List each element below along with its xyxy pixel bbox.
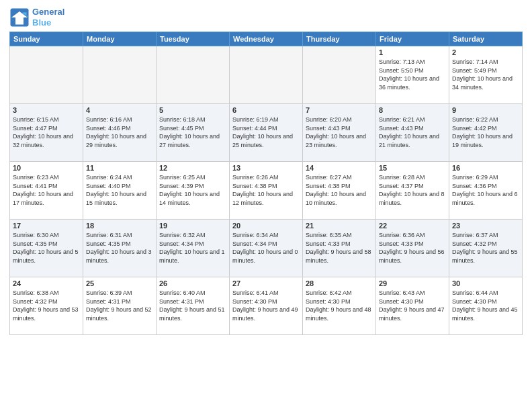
day-number: 27 [232, 279, 300, 287]
calendar-week-row: 10Sunrise: 6:23 AM Sunset: 4:41 PM Dayli… [10, 162, 523, 220]
calendar-day-header: Sunday [10, 32, 83, 46]
calendar-day-cell: 6Sunrise: 6:19 AM Sunset: 4:44 PM Daylig… [230, 104, 303, 162]
calendar-day-cell: 24Sunrise: 6:38 AM Sunset: 4:32 PM Dayli… [10, 277, 83, 335]
day-number: 21 [306, 222, 373, 230]
day-number: 23 [452, 222, 519, 230]
calendar: SundayMondayTuesdayWednesdayThursdayFrid… [9, 32, 523, 335]
day-info: Sunrise: 6:27 AM Sunset: 4:38 PM Dayligh… [306, 173, 373, 207]
day-number: 30 [452, 279, 519, 287]
day-info: Sunrise: 6:19 AM Sunset: 4:44 PM Dayligh… [232, 116, 300, 149]
day-info: Sunrise: 6:43 AM Sunset: 4:30 PM Dayligh… [379, 289, 446, 322]
logo: General Blue [9, 7, 64, 28]
day-number: 12 [159, 164, 226, 172]
calendar-day-cell: 23Sunrise: 6:37 AM Sunset: 4:32 PM Dayli… [449, 220, 523, 277]
calendar-day-cell [83, 46, 157, 104]
logo-text: General Blue [32, 7, 64, 28]
day-info: Sunrise: 6:35 AM Sunset: 4:33 PM Dayligh… [306, 231, 373, 265]
day-number: 15 [379, 164, 446, 172]
day-info: Sunrise: 6:29 AM Sunset: 4:36 PM Dayligh… [452, 173, 519, 207]
day-number: 17 [13, 222, 80, 230]
calendar-day-cell: 28Sunrise: 6:42 AM Sunset: 4:30 PM Dayli… [303, 277, 376, 335]
logo-icon [9, 7, 30, 28]
calendar-day-cell: 13Sunrise: 6:26 AM Sunset: 4:38 PM Dayli… [230, 162, 303, 220]
day-number: 26 [159, 279, 226, 287]
calendar-day-cell: 18Sunrise: 6:31 AM Sunset: 4:35 PM Dayli… [83, 220, 157, 277]
day-info: Sunrise: 7:13 AM Sunset: 5:50 PM Dayligh… [379, 58, 446, 91]
calendar-day-header: Monday [83, 32, 157, 46]
calendar-day-cell: 9Sunrise: 6:22 AM Sunset: 4:42 PM Daylig… [449, 104, 523, 162]
day-info: Sunrise: 6:23 AM Sunset: 4:41 PM Dayligh… [13, 173, 80, 207]
calendar-day-cell: 10Sunrise: 6:23 AM Sunset: 4:41 PM Dayli… [10, 162, 83, 220]
day-number: 8 [379, 106, 446, 114]
day-number: 11 [86, 164, 153, 172]
day-number: 13 [232, 164, 300, 172]
calendar-day-cell [230, 46, 303, 104]
day-info: Sunrise: 7:14 AM Sunset: 5:49 PM Dayligh… [452, 58, 519, 91]
day-number: 9 [452, 106, 519, 114]
day-info: Sunrise: 6:18 AM Sunset: 4:45 PM Dayligh… [159, 116, 226, 149]
calendar-day-cell: 29Sunrise: 6:43 AM Sunset: 4:30 PM Dayli… [376, 277, 449, 335]
day-info: Sunrise: 6:24 AM Sunset: 4:40 PM Dayligh… [86, 173, 153, 207]
day-number: 7 [306, 106, 373, 114]
day-info: Sunrise: 6:31 AM Sunset: 4:35 PM Dayligh… [86, 231, 153, 265]
calendar-day-cell [10, 46, 83, 104]
calendar-day-cell [303, 46, 376, 104]
calendar-day-cell: 17Sunrise: 6:30 AM Sunset: 4:35 PM Dayli… [10, 220, 83, 277]
day-info: Sunrise: 6:41 AM Sunset: 4:30 PM Dayligh… [232, 289, 300, 322]
calendar-day-cell: 7Sunrise: 6:20 AM Sunset: 4:43 PM Daylig… [303, 104, 376, 162]
day-info: Sunrise: 6:42 AM Sunset: 4:30 PM Dayligh… [306, 289, 373, 322]
day-number: 1 [379, 48, 446, 56]
day-number: 29 [379, 279, 446, 287]
calendar-day-cell: 20Sunrise: 6:34 AM Sunset: 4:34 PM Dayli… [230, 220, 303, 277]
day-info: Sunrise: 6:25 AM Sunset: 4:39 PM Dayligh… [159, 173, 226, 207]
day-number: 28 [306, 279, 373, 287]
calendar-week-row: 1Sunrise: 7:13 AM Sunset: 5:50 PM Daylig… [10, 46, 523, 104]
calendar-day-cell: 1Sunrise: 7:13 AM Sunset: 5:50 PM Daylig… [376, 46, 449, 104]
calendar-day-cell: 15Sunrise: 6:28 AM Sunset: 4:37 PM Dayli… [376, 162, 449, 220]
day-number: 4 [86, 106, 153, 114]
calendar-header-row: SundayMondayTuesdayWednesdayThursdayFrid… [10, 32, 523, 46]
day-number: 24 [13, 279, 80, 287]
day-info: Sunrise: 6:30 AM Sunset: 4:35 PM Dayligh… [13, 231, 80, 265]
day-number: 25 [86, 279, 153, 287]
day-number: 3 [13, 106, 80, 114]
calendar-day-cell: 3Sunrise: 6:15 AM Sunset: 4:47 PM Daylig… [10, 104, 83, 162]
day-info: Sunrise: 6:15 AM Sunset: 4:47 PM Dayligh… [13, 116, 80, 149]
calendar-day-header: Wednesday [230, 32, 303, 46]
calendar-day-cell: 26Sunrise: 6:40 AM Sunset: 4:31 PM Dayli… [157, 277, 230, 335]
calendar-day-cell: 25Sunrise: 6:39 AM Sunset: 4:31 PM Dayli… [83, 277, 157, 335]
calendar-day-header: Saturday [449, 32, 523, 46]
day-number: 20 [232, 222, 300, 230]
day-number: 19 [159, 222, 226, 230]
calendar-day-cell [157, 46, 230, 104]
day-info: Sunrise: 6:32 AM Sunset: 4:34 PM Dayligh… [159, 231, 226, 265]
day-info: Sunrise: 6:34 AM Sunset: 4:34 PM Dayligh… [232, 231, 300, 265]
day-info: Sunrise: 6:38 AM Sunset: 4:32 PM Dayligh… [13, 289, 80, 322]
day-info: Sunrise: 6:20 AM Sunset: 4:43 PM Dayligh… [306, 116, 373, 149]
header: General Blue [9, 7, 523, 28]
calendar-day-cell: 5Sunrise: 6:18 AM Sunset: 4:45 PM Daylig… [157, 104, 230, 162]
day-number: 22 [379, 222, 446, 230]
calendar-day-header: Tuesday [157, 32, 230, 46]
day-info: Sunrise: 6:21 AM Sunset: 4:43 PM Dayligh… [379, 116, 446, 149]
day-info: Sunrise: 6:39 AM Sunset: 4:31 PM Dayligh… [86, 289, 153, 322]
calendar-week-row: 17Sunrise: 6:30 AM Sunset: 4:35 PM Dayli… [10, 220, 523, 277]
day-number: 18 [86, 222, 153, 230]
day-info: Sunrise: 6:36 AM Sunset: 4:33 PM Dayligh… [379, 231, 446, 265]
day-info: Sunrise: 6:44 AM Sunset: 4:30 PM Dayligh… [452, 289, 519, 322]
day-number: 10 [13, 164, 80, 172]
calendar-day-cell: 4Sunrise: 6:16 AM Sunset: 4:46 PM Daylig… [83, 104, 157, 162]
day-number: 5 [159, 106, 226, 114]
day-number: 16 [452, 164, 519, 172]
day-info: Sunrise: 6:16 AM Sunset: 4:46 PM Dayligh… [86, 116, 153, 149]
day-info: Sunrise: 6:40 AM Sunset: 4:31 PM Dayligh… [159, 289, 226, 322]
calendar-week-row: 3Sunrise: 6:15 AM Sunset: 4:47 PM Daylig… [10, 104, 523, 162]
calendar-day-cell: 30Sunrise: 6:44 AM Sunset: 4:30 PM Dayli… [449, 277, 523, 335]
page: General Blue SundayMondayTuesdayWednesda… [0, 0, 532, 411]
calendar-day-cell: 11Sunrise: 6:24 AM Sunset: 4:40 PM Dayli… [83, 162, 157, 220]
day-info: Sunrise: 6:22 AM Sunset: 4:42 PM Dayligh… [452, 116, 519, 149]
calendar-day-cell: 2Sunrise: 7:14 AM Sunset: 5:49 PM Daylig… [449, 46, 523, 104]
day-info: Sunrise: 6:37 AM Sunset: 4:32 PM Dayligh… [452, 231, 519, 265]
day-info: Sunrise: 6:26 AM Sunset: 4:38 PM Dayligh… [232, 173, 300, 207]
calendar-day-cell: 14Sunrise: 6:27 AM Sunset: 4:38 PM Dayli… [303, 162, 376, 220]
